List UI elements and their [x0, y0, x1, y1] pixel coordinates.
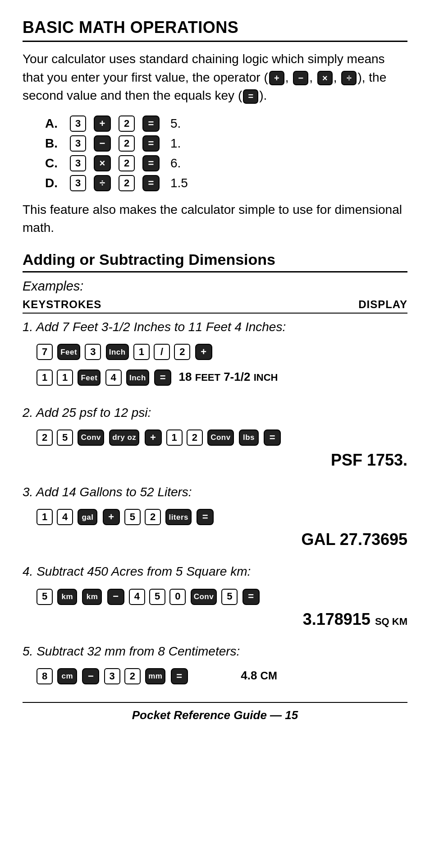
key-2-ex5: 2: [124, 668, 141, 684]
key-minus-b: −: [94, 135, 111, 152]
display-result-2: PSF 1753.: [23, 451, 407, 470]
key-km2-ex4: km: [82, 589, 102, 605]
display-result-1: 18 FEET 7-1/2 INCH: [175, 370, 278, 383]
key-div-d: ÷: [94, 175, 111, 191]
minus-icon: −: [293, 71, 308, 85]
math-examples: A. 3 + 2 = 5. B. 3 − 2 = 1. C. 3 × 2 = 6…: [45, 115, 407, 192]
result-psf: PSF 1753.: [331, 451, 407, 469]
result-gal: GAL 27.73695: [302, 530, 408, 549]
footer-text: Pocket Reference Guide — 15: [132, 708, 298, 722]
key-2-d: 2: [119, 175, 135, 191]
result-cm-inline: 4.8 CM: [192, 669, 277, 682]
key-4-ex4: 4: [129, 589, 145, 605]
divide-icon: ÷: [341, 71, 357, 85]
example-2-title: 2. Add 25 psf to 12 psi:: [23, 404, 407, 421]
key-1-frac: 1: [133, 344, 150, 360]
key-conv-ex2b: Conv: [207, 429, 234, 446]
feature-text: This feature also makes the calculator s…: [23, 201, 407, 237]
key-0-ex4: 0: [169, 589, 186, 605]
key-2b-ex2: 2: [187, 429, 203, 446]
example-4-keys: 5 km km − 4 5 0 Conv 5 =: [36, 583, 407, 609]
math-label-c: C.: [45, 156, 63, 171]
times-icon: ×: [317, 71, 333, 85]
key-eq-b: =: [142, 135, 160, 152]
main-title: BASIC MATH OPERATIONS: [23, 18, 407, 42]
keystrokes-col-header: KEYSTROKES: [23, 298, 101, 311]
key-conv-ex2a: Conv: [78, 429, 104, 446]
display-result-3: GAL 27.73695: [23, 530, 407, 549]
key-inch-2: Inch: [126, 369, 149, 386]
footer: Pocket Reference Guide — 15: [23, 702, 407, 722]
key-3-c: 3: [70, 155, 86, 171]
key-eq-ex2: =: [264, 429, 281, 446]
example-3-title: 3. Add 14 Gallons to 52 Liters:: [23, 483, 407, 501]
intro-paragraph: Your calculator uses standard chaining l…: [23, 50, 407, 105]
key-plus-ex2: +: [145, 429, 162, 446]
key-inch-1: Inch: [106, 344, 129, 360]
math-row-b: B. 3 − 2 = 1.: [45, 135, 407, 152]
math-row-a: A. 3 + 2 = 5.: [45, 115, 407, 132]
example-2: 2. Add 25 psf to 12 psi: 2 5 Conv dry oz…: [23, 404, 407, 470]
math-label-a: A.: [45, 116, 63, 131]
key-plus-1: +: [195, 344, 212, 360]
key-times-c: ×: [94, 155, 111, 171]
key-5b-ex4: 5: [149, 589, 165, 605]
section-title: Adding or Subtracting Dimensions: [23, 251, 407, 272]
example-1-keys: 7 Feet 3 Inch 1 / 2 + 1 1 Feet 4 Inch = …: [36, 338, 407, 390]
plus-icon: +: [269, 71, 284, 85]
key-eq-d: =: [142, 175, 160, 191]
key-3-d: 3: [70, 175, 86, 191]
key-dryoz-ex2: dry oz: [109, 429, 139, 446]
example-5-keys: 8 cm − 3 2 mm = 4.8 CM: [36, 663, 407, 688]
key-eq-c: =: [142, 155, 160, 171]
key-minus-ex4: −: [107, 589, 124, 605]
key-lbs-ex2: lbs: [239, 429, 259, 446]
math-result-b: 1.: [170, 136, 181, 151]
example-4: 4. Subtract 450 Acres from 5 Square km: …: [23, 563, 407, 628]
equals-icon: =: [243, 89, 258, 104]
example-5: 5. Subtract 32 mm from 8 Centimeters: 8 …: [23, 642, 407, 688]
display-result-4: 3.178915 SQ KM: [23, 610, 407, 629]
math-result-c: 6.: [170, 156, 181, 171]
key-slash: /: [154, 344, 170, 360]
result-sqkm: 3.178915 SQ KM: [303, 610, 407, 628]
key-2-frac: 2: [174, 344, 190, 360]
key-1-ex2: 1: [166, 429, 183, 446]
key-plus-a: +: [94, 115, 111, 132]
key-eq-1: =: [154, 369, 171, 386]
key-2-c: 2: [119, 155, 135, 171]
math-label-b: B.: [45, 136, 63, 151]
key-1a: 1: [37, 369, 53, 386]
key-plus-ex3: +: [103, 509, 120, 525]
key-8-ex5: 8: [37, 668, 53, 684]
key-3-a: 3: [70, 115, 86, 132]
example-1: 1. Add 7 Feet 3-1/2 Inches to 11 Feet 4 …: [23, 318, 407, 390]
key-cm-ex5: cm: [57, 668, 77, 684]
key-7: 7: [37, 344, 53, 360]
key-eq-ex5: =: [171, 668, 188, 684]
example-2-keys: 2 5 Conv dry oz + 1 2 Conv lbs =: [36, 424, 407, 450]
key-5-ex2: 5: [57, 429, 73, 446]
key-5-ex4: 5: [37, 589, 53, 605]
key-conv-ex4: Conv: [191, 589, 217, 605]
key-2-a: 2: [119, 115, 135, 132]
example-4-title: 4. Subtract 450 Acres from 5 Square km:: [23, 563, 407, 580]
key-eq-a: =: [142, 115, 160, 132]
key-4: 4: [105, 369, 122, 386]
math-label-d: D.: [45, 176, 63, 190]
key-eq-ex4: =: [242, 589, 260, 605]
key-1-ex3: 1: [37, 509, 53, 525]
example-3-keys: 1 4 gal + 5 2 liters =: [36, 503, 407, 529]
key-2-ex2: 2: [37, 429, 53, 446]
key-4-ex3: 4: [57, 509, 73, 525]
key-2-ex3: 2: [145, 509, 161, 525]
math-row-d: D. 3 ÷ 2 = 1.5: [45, 175, 407, 192]
math-result-a: 5.: [170, 116, 181, 131]
math-row-c: C. 3 × 2 = 6.: [45, 155, 407, 172]
key-eq-ex3: =: [197, 509, 214, 525]
example-3: 3. Add 14 Gallons to 52 Liters: 1 4 gal …: [23, 483, 407, 549]
key-mm-ex5: mm: [145, 668, 165, 684]
key-gal-ex3: gal: [78, 509, 97, 525]
examples-label: Examples:: [23, 279, 407, 294]
key-5-ex3: 5: [124, 509, 141, 525]
